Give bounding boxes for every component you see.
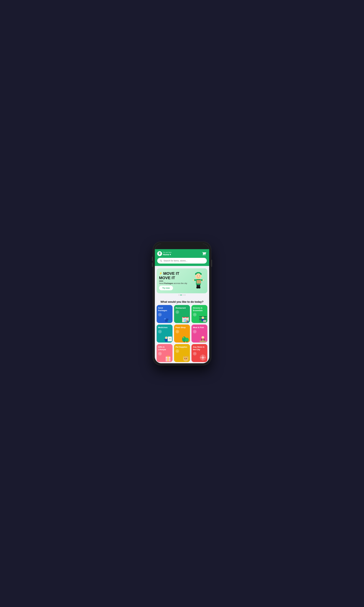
svg-point-8 bbox=[197, 276, 198, 276]
svg-rect-51 bbox=[187, 341, 187, 343]
location-icon-wrap bbox=[157, 251, 162, 256]
location-name: Home ▾ bbox=[163, 253, 171, 256]
category-arrow: → bbox=[193, 330, 196, 333]
header: You are here Home ▾ bbox=[155, 249, 209, 266]
location-text: You are here Home ▾ bbox=[163, 252, 171, 256]
category-image: + bbox=[162, 332, 172, 343]
category-image bbox=[180, 351, 190, 362]
cart-icon bbox=[202, 252, 206, 256]
category-image bbox=[197, 351, 207, 362]
banner-divider bbox=[159, 281, 163, 281]
try-now-button[interactable]: Try now bbox=[159, 286, 173, 290]
category-meat-fish[interactable]: Meat & Fish → bbox=[192, 324, 207, 343]
svg-point-13 bbox=[200, 276, 202, 277]
dot-3 bbox=[182, 295, 183, 296]
notch-bar bbox=[155, 244, 209, 249]
svg-rect-34 bbox=[185, 321, 188, 323]
category-title: Medicines bbox=[158, 326, 171, 329]
category-restaurant[interactable]: Restaurant → bbox=[174, 305, 190, 323]
svg-rect-28 bbox=[168, 320, 171, 323]
category-grocery[interactable]: Grocery &Essentials → bbox=[192, 305, 207, 323]
svg-rect-29 bbox=[164, 318, 166, 319]
chevron-down-icon: ▾ bbox=[170, 253, 171, 256]
svg-point-17 bbox=[193, 279, 194, 281]
svg-rect-50 bbox=[184, 341, 184, 343]
category-arrow: → bbox=[176, 349, 179, 353]
category-arrow: → bbox=[158, 313, 162, 316]
category-image bbox=[180, 312, 190, 323]
section-title: What would you like to do today? bbox=[155, 298, 209, 305]
svg-point-12 bbox=[195, 276, 196, 277]
category-title: Meat & Fish bbox=[193, 326, 206, 329]
category-arrow: → bbox=[176, 330, 179, 333]
banner-character bbox=[191, 270, 206, 289]
svg-point-68 bbox=[186, 358, 187, 359]
search-input[interactable] bbox=[164, 259, 204, 262]
svg-rect-47 bbox=[164, 339, 166, 340]
category-image bbox=[197, 332, 207, 343]
category-title: SendPackages bbox=[158, 307, 171, 312]
categories-grid: SendPackages → Restaurant → bbox=[155, 305, 209, 363]
category-pet-supplies[interactable]: Pet Supplies → bbox=[174, 344, 190, 362]
svg-point-52 bbox=[183, 337, 184, 338]
header-top: You are here Home ▾ bbox=[157, 251, 207, 256]
cart-icon-wrap[interactable] bbox=[201, 251, 207, 256]
svg-rect-60 bbox=[168, 357, 169, 362]
svg-point-45 bbox=[165, 336, 168, 339]
delivery-character-svg bbox=[192, 271, 204, 289]
search-bar[interactable] bbox=[157, 258, 207, 264]
banner-section: ⚡ MOVE IT MOVE IT Send Packages accross … bbox=[155, 266, 209, 298]
category-image bbox=[162, 312, 172, 323]
power-button bbox=[211, 260, 212, 267]
svg-point-54 bbox=[202, 336, 204, 339]
svg-point-5 bbox=[196, 273, 201, 279]
category-arrow: → bbox=[158, 352, 162, 355]
category-send-packages[interactable]: SendPackages → bbox=[157, 305, 172, 323]
volume-up-button bbox=[152, 257, 153, 261]
location-label: You are here bbox=[163, 252, 171, 253]
search-icon bbox=[160, 259, 162, 262]
phone-screen: You are here Home ▾ bbox=[155, 244, 209, 363]
category-arrow: → bbox=[176, 310, 179, 314]
svg-point-65 bbox=[187, 356, 188, 357]
notch bbox=[172, 244, 192, 248]
svg-point-53 bbox=[185, 337, 186, 337]
phone-frame: You are here Home ▾ bbox=[153, 242, 211, 365]
category-title: Gifts &Lifestyle bbox=[158, 346, 171, 351]
dot-4 bbox=[184, 295, 185, 296]
category-title: Pet Supplies bbox=[176, 346, 188, 349]
screen-content: You are here Home ▾ bbox=[155, 249, 209, 363]
svg-point-42 bbox=[205, 322, 206, 323]
category-title: Restaurant bbox=[176, 307, 188, 309]
svg-rect-40 bbox=[203, 320, 206, 322]
category-arrow: → bbox=[193, 313, 196, 316]
svg-rect-57 bbox=[200, 341, 206, 342]
svg-point-38 bbox=[202, 317, 204, 319]
category-gifts[interactable]: Gifts &Lifestyle → bbox=[157, 344, 172, 362]
category-any-store[interactable]: Any Store inthe City → bbox=[192, 344, 207, 362]
location-icon bbox=[158, 252, 161, 255]
volume-down-button bbox=[152, 263, 153, 267]
carousel-dots bbox=[157, 295, 207, 296]
svg-point-71 bbox=[202, 356, 204, 359]
category-paan-shop[interactable]: Paan Shop → bbox=[174, 324, 190, 343]
banner-card: ⚡ MOVE IT MOVE IT Send Packages accross … bbox=[157, 268, 207, 293]
svg-point-64 bbox=[184, 356, 185, 357]
category-medicines[interactable]: Medicines → + bbox=[157, 324, 172, 343]
svg-point-25 bbox=[198, 287, 200, 288]
location-area[interactable]: You are here Home ▾ bbox=[157, 251, 171, 256]
category-title: Paan Shop bbox=[176, 326, 188, 329]
category-title: Any Store inthe City bbox=[193, 346, 206, 351]
svg-point-0 bbox=[159, 254, 160, 254]
svg-point-41 bbox=[203, 322, 204, 323]
svg-point-32 bbox=[186, 319, 188, 321]
svg-point-18 bbox=[202, 279, 204, 281]
dot-1 bbox=[179, 295, 180, 296]
banner-arrow-decoration: ⚡ bbox=[159, 272, 162, 275]
category-image bbox=[197, 312, 207, 323]
svg-point-69 bbox=[185, 359, 186, 360]
category-arrow: → bbox=[158, 330, 162, 333]
svg-point-49 bbox=[185, 338, 189, 342]
svg-point-9 bbox=[199, 276, 200, 276]
svg-text:+: + bbox=[169, 337, 170, 340]
